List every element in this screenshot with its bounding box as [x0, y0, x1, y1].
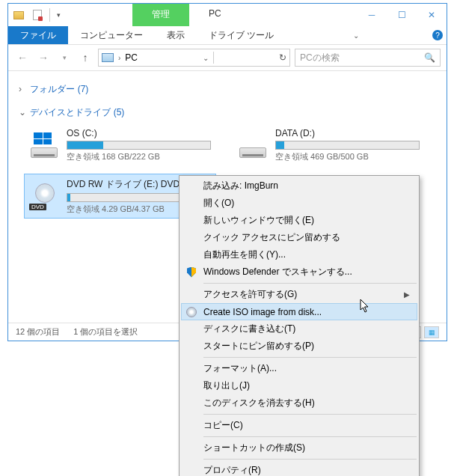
menu-burn-disc[interactable]: ディスクに書き込む(T) [181, 320, 417, 338]
title-tab-manage[interactable]: 管理 [132, 4, 189, 26]
address-dropdown[interactable]: ⌄ [203, 54, 209, 62]
menu-eject[interactable]: 取り出し(J) [181, 377, 417, 394]
hdd-icon [238, 132, 268, 158]
ribbon: ファイル コンピューター 表示 ドライブ ツール ⌄ ? [8, 26, 447, 45]
menu-create-shortcut[interactable]: ショートカットの作成(S) [181, 439, 417, 457]
refresh-button[interactable]: ↻ [279, 52, 286, 63]
quick-access-toolbar: ▾ [8, 4, 65, 26]
minimize-button[interactable]: ─ [357, 4, 387, 26]
context-menu: 読み込み: ImgBurn 開く(O) 新しいウィンドウで開く(E) クイック … [179, 175, 420, 476]
drive-d[interactable]: DATA (D:) 空き領域 469 GB/500 GB [233, 125, 424, 165]
ribbon-file-tab[interactable]: ファイル [8, 26, 68, 44]
submenu-arrow-icon: ▶ [404, 290, 410, 299]
qat-dropdown[interactable]: ▾ [54, 11, 63, 19]
group-devices[interactable]: ⌄ デバイスとドライブ (5) [19, 102, 436, 125]
titlebar: ▾ 管理 PC ─ ☐ ✕ [8, 4, 447, 26]
search-placeholder: PCの検索 [300, 52, 340, 64]
menu-properties[interactable]: プロパティ(R) [181, 462, 417, 476]
navigation-bar: ← → ▾ ↑ › PC ⌄ ↻ PCの検索 🔍 [8, 45, 447, 71]
up-button[interactable]: ↑ [77, 49, 93, 66]
status-item-count: 12 個の項目 [16, 326, 60, 338]
menu-copy[interactable]: コピー(C) [181, 417, 417, 434]
menu-open-new-window[interactable]: 新しいウィンドウで開く(E) [181, 212, 417, 229]
pc-icon [102, 53, 114, 62]
help-button[interactable]: ? [429, 26, 447, 44]
chevron-right-icon: › [19, 84, 28, 94]
menu-pin-start[interactable]: スタートにピン留めする(P) [181, 338, 417, 355]
title-tab-pc: PC [189, 4, 241, 26]
ribbon-computer-tab[interactable]: コンピューター [68, 26, 155, 44]
address-location: PC [125, 52, 138, 63]
view-large-button[interactable]: ▦ [424, 326, 439, 338]
menu-read-with[interactable]: 読み込み: ImgBurn [181, 177, 417, 195]
menu-separator [203, 414, 417, 415]
capacity-bar [275, 141, 420, 150]
close-button[interactable]: ✕ [417, 4, 447, 26]
menu-separator [203, 283, 417, 284]
menu-create-iso[interactable]: Create ISO image from disk... [181, 303, 417, 320]
shield-icon [185, 266, 197, 278]
ribbon-drive-tools-tab[interactable]: ドライブ ツール [197, 26, 286, 44]
menu-separator [203, 357, 417, 358]
menu-defender-scan[interactable]: Windows Defender でスキャンする... [181, 263, 417, 281]
menu-separator [203, 459, 417, 460]
ribbon-view-tab[interactable]: 表示 [155, 26, 197, 44]
recent-dropdown[interactable]: ▾ [56, 49, 73, 66]
capacity-bar [67, 141, 211, 150]
ribbon-expand[interactable]: ⌄ [347, 26, 365, 44]
maximize-button[interactable]: ☐ [387, 4, 417, 26]
menu-autoplay[interactable]: 自動再生を開く(Y)... [181, 246, 417, 263]
menu-grant-access[interactable]: アクセスを許可する(G) ▶ [181, 286, 417, 303]
menu-format[interactable]: フォーマット(A)... [181, 360, 417, 377]
group-folders[interactable]: › フォルダー (7) [19, 79, 436, 102]
status-selected-count: 1 個の項目を選択 [73, 326, 138, 338]
properties-icon[interactable] [29, 7, 46, 23]
back-button[interactable]: ← [14, 49, 31, 66]
search-input[interactable]: PCの検索 🔍 [295, 49, 441, 67]
address-bar[interactable]: › PC ⌄ ↻ [98, 49, 290, 67]
menu-separator [203, 436, 417, 437]
menu-open[interactable]: 開く(O) [181, 195, 417, 212]
explorer-icon [10, 7, 27, 23]
chevron-down-icon: ⌄ [19, 107, 28, 118]
disc-icon [185, 306, 197, 318]
drive-c[interactable]: OS (C:) 空き領域 168 GB/222 GB [25, 125, 215, 165]
chevron-right-icon: › [118, 54, 120, 62]
hdd-icon [29, 132, 59, 158]
forward-button[interactable]: → [35, 49, 52, 66]
search-icon: 🔍 [424, 52, 435, 63]
menu-erase-disc[interactable]: このディスクを消去する(H) [181, 394, 417, 412]
dvd-icon: DVD [29, 183, 59, 209]
menu-pin-quick-access[interactable]: クイック アクセスにピン留めする [181, 229, 417, 246]
